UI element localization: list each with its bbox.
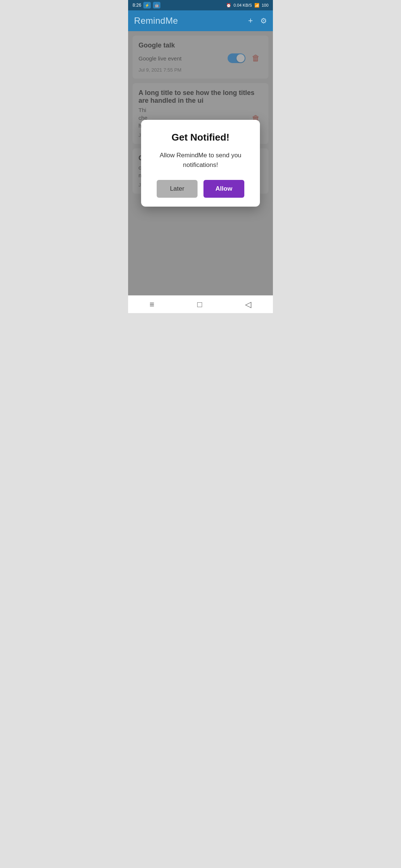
- dialog-buttons: Later Allow: [150, 180, 251, 198]
- nav-menu-icon[interactable]: ≡: [150, 300, 154, 309]
- bottom-nav: ≡ □ ◁: [128, 295, 273, 313]
- later-button[interactable]: Later: [157, 180, 198, 198]
- allow-button[interactable]: Allow: [203, 180, 244, 198]
- network-speed: 0.04 KB/S: [234, 3, 252, 7]
- battery: 100: [262, 3, 268, 7]
- dialog-title: Get Notified!: [150, 132, 251, 143]
- add-button[interactable]: +: [248, 16, 253, 26]
- nav-home-icon[interactable]: □: [197, 300, 202, 309]
- status-bar: 8:26 ⚡ 🤖 ⏰ 0.04 KB/S 📶 100: [128, 0, 273, 10]
- header-actions: + ⚙: [248, 16, 267, 26]
- nav-back-icon[interactable]: ◁: [245, 300, 251, 309]
- status-time: 8:26: [133, 3, 141, 8]
- notification-dialog: Get Notified! Allow RemindMe to send you…: [141, 120, 260, 207]
- app-title: RemindMe: [134, 16, 178, 26]
- app-icon: 🤖: [153, 2, 160, 9]
- main-content: Google talk Google live event 🗑 Jul 9, 2…: [128, 31, 273, 295]
- status-left: 8:26 ⚡ 🤖: [133, 2, 160, 9]
- alarm-icon: ⏰: [226, 3, 231, 8]
- dialog-overlay: Get Notified! Allow RemindMe to send you…: [128, 31, 273, 295]
- app-header: RemindMe + ⚙: [128, 10, 273, 31]
- status-right: ⏰ 0.04 KB/S 📶 100: [226, 3, 268, 8]
- dialog-body: Allow RemindMe to send you notifications…: [150, 151, 251, 170]
- usb-icon: ⚡: [143, 2, 151, 9]
- settings-button[interactable]: ⚙: [260, 16, 267, 25]
- signal-icon: 📶: [254, 3, 260, 8]
